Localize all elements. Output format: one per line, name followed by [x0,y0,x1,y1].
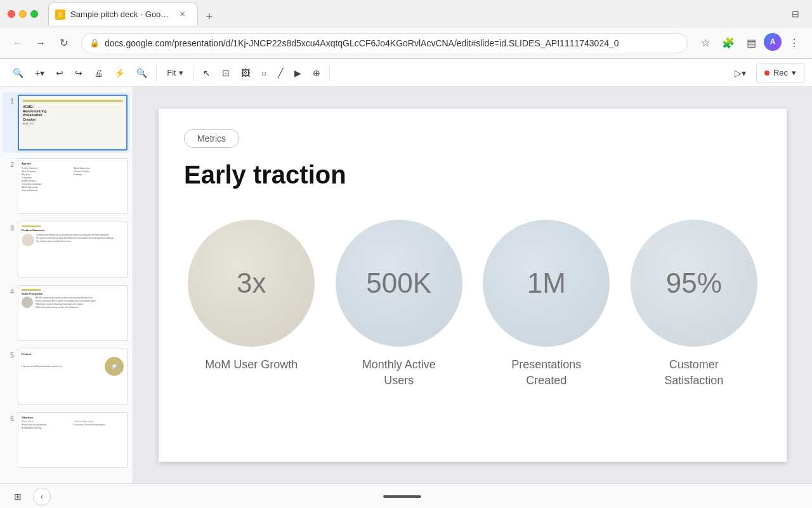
slide-number-6: 6 [5,415,14,422]
slide-number-2: 2 [5,161,14,168]
canvas-area[interactable]: Metrics Early traction 3x MoM User Growt… [133,87,812,483]
bookmark-button[interactable]: ☆ [695,33,716,53]
address-bar[interactable]: 🔒 docs.google.com/presentation/d/1Kj-JNC… [81,33,688,53]
metrics-pill: Metrics [184,129,239,148]
slide-number-3: 3 [5,224,14,232]
slide-canvas: Metrics Early traction 3x MoM User Growt… [159,109,787,462]
insert-shape-button[interactable]: ○ [256,63,272,83]
slide-item-5[interactable]: 5 Product Features include AI-powered sl… [3,346,130,407]
slide-item-6[interactable]: 6 Why Now Market Drivers Remote work dri… [3,410,130,471]
traffic-lights [8,10,38,18]
metrics-row: 3x MoM User Growth 500K Monthly ActiveUs… [184,220,761,389]
profile-avatar[interactable]: A [764,33,782,51]
back-button[interactable]: ← [8,33,28,53]
slide-item-1[interactable]: 1 ACME:RevolutionizingPresentationCreati… [3,92,130,153]
main-area: 1 ACME:RevolutionizingPresentationCreati… [0,87,812,483]
slides-panel: 1 ACME:RevolutionizingPresentationCreati… [0,87,133,483]
metric-item-created: 1M PresentationsCreated [479,220,614,389]
insert-special-button[interactable]: ⊕ [308,63,325,83]
extensions-button[interactable]: 🧩 [718,33,738,53]
minimize-window-button[interactable] [19,10,27,18]
search-button[interactable]: 🔍 [8,63,29,83]
new-tab-button[interactable]: + [200,8,218,25]
address-text: docs.google.com/presentation/d/1Kj-JNCP2… [105,38,679,48]
browser-title-bar: S Sample pitch deck - Google S ✕ + ⊟ ← →… [0,0,812,59]
grid-view-button[interactable]: ⊞ [8,486,28,507]
slide-thumbnail-2[interactable]: Agenda Problem Statement Value Propositi… [18,158,128,214]
reload-button[interactable]: ↻ [53,33,74,53]
metric-circle-mau: 500K [336,220,462,347]
slide-number-4: 4 [5,288,14,295]
tab-favicon: S [55,10,65,20]
toolbar-right: ▷▾ Rec ▾ [730,63,804,83]
paint-format-button[interactable]: ⚡ [109,63,130,83]
scroll-indicator [383,495,421,498]
maximize-window-button[interactable] [30,10,38,18]
toolbar-separator-1 [156,65,157,81]
undo-button[interactable]: ↩ [51,63,69,83]
slide-thumbnail-4[interactable]: Value Proposition • ACME simplifies pres… [18,285,128,341]
slide-thumbnail-6[interactable]: Why Now Market Drivers Remote work drivi… [18,412,128,468]
slide-number-5: 5 [5,351,14,359]
insert-line-button[interactable]: ╱ [273,63,288,83]
rec-dot-icon [764,70,769,76]
slide-title: Early traction [184,161,761,189]
print-button[interactable]: 🖨 [89,63,108,83]
slides-toolbar: 🔍 +▾ ↩ ↪ 🖨 ⚡ 🔍 Fit ▾ ↖ ⊡ 🖼 ○ ╱ ▶ ⊕ ▷▾ Re… [0,59,812,87]
slide-item-4[interactable]: 4 Value Proposition • ACME simplifies pr… [3,283,130,344]
nav-icons: ☆ 🧩 ▤ A ⋮ [695,33,804,53]
slide-item-3[interactable]: 3 Problem Statement Creating presentatio… [3,219,130,280]
insert-button[interactable]: +▾ [30,63,49,83]
nav-bar: ← → ↻ 🔒 docs.google.com/presentation/d/1… [0,28,812,58]
forward-button[interactable]: → [30,33,51,53]
metric-label-created: PresentationsCreated [511,357,581,389]
insert-image-button[interactable]: 🖼 [236,63,255,83]
menu-button[interactable]: ⋮ [784,33,804,53]
bottom-bar: ⊞ ‹ [0,483,812,508]
metric-label-mom: MoM User Growth [205,357,298,373]
collapse-panel-button[interactable]: ‹ [33,488,51,505]
metric-item-mom: 3x MoM User Growth [184,220,319,389]
bottom-left-controls: ⊞ ‹ [8,486,51,507]
metric-label-mau: Monthly ActiveUsers [362,357,436,389]
close-window-button[interactable] [8,10,15,18]
tab-title: Sample pitch deck - Google S [70,10,172,19]
metric-circle-satisfaction: 95% [631,220,757,347]
redo-button[interactable]: ↪ [70,63,88,83]
zoom-level-button[interactable]: Fit ▾ [160,63,189,83]
metric-item-mau: 500K Monthly ActiveUsers [332,220,467,389]
window-minimize-icon[interactable]: ⊟ [787,5,804,23]
slide-thumbnail-1[interactable]: ACME:RevolutionizingPresentationCreation… [18,95,128,150]
sidebar-toggle-button[interactable]: ▤ [741,33,761,53]
toolbar-separator-3 [329,65,330,81]
metric-label-satisfaction: CustomerSatisfaction [664,357,723,389]
tab-bar: S Sample pitch deck - Google S ✕ + [48,3,782,25]
zoom-button[interactable]: 🔍 [131,63,152,83]
slide-thumbnail-3[interactable]: Problem Statement Creating presentations… [18,222,128,277]
metric-circle-created: 1M [483,220,610,347]
metric-circle-mom: 3x [188,220,315,347]
metric-item-satisfaction: 95% CustomerSatisfaction [627,220,762,389]
select-tool-button[interactable]: ↖ [198,63,216,83]
slide-item-2[interactable]: 2 Agenda Problem Statement Value Proposi… [3,156,130,217]
present-button[interactable]: ▷▾ [730,63,751,83]
slide-thumbnail-5[interactable]: Product Features include AI-powered slid… [18,349,128,404]
lock-icon: 🔒 [89,38,100,48]
toolbar-separator-2 [193,65,194,81]
window-controls: ⊟ [787,5,804,23]
insert-video-button[interactable]: ▶ [289,63,306,83]
active-tab[interactable]: S Sample pitch deck - Google S ✕ [48,3,198,25]
tab-close-button[interactable]: ✕ [177,10,187,20]
record-button[interactable]: Rec ▾ [756,63,804,83]
slide-number-1: 1 [5,97,14,105]
select-transform-button[interactable]: ⊡ [217,63,235,83]
